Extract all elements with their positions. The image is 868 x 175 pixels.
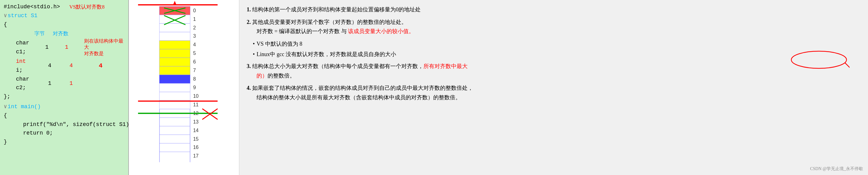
vs-note: VS默认对齐数8 [69, 3, 105, 11]
svg-rect-13 [159, 101, 190, 109]
rule-vs: VS 中默认的值为 8 [253, 39, 861, 49]
struct-decl: struct S1 [8, 11, 37, 20]
svg-rect-5 [159, 32, 190, 41]
svg-text:9: 9 [193, 85, 196, 90]
svg-text:13: 13 [193, 119, 198, 125]
member-i-align: 4 [59, 61, 84, 70]
rule-linux: Linux中 gcc 没有默认对齐数，对齐数就是成员自身的大小 [253, 50, 861, 59]
svg-rect-7 [159, 49, 190, 58]
svg-text:1: 1 [193, 16, 196, 22]
include-line: #include<stdio.h> [4, 2, 60, 11]
member-c1-decl: char c1; [16, 39, 38, 57]
printf-line: printf("%d\n", sizeof(struct S1)); [10, 120, 125, 129]
svg-rect-3 [159, 15, 190, 24]
svg-rect-9 [159, 66, 190, 75]
svg-text:5: 5 [193, 50, 196, 56]
rule-4: 4. 如果嵌套了结构体的情况，嵌套的结构体成员对齐到自己的成员中最大对齐数的整数… [247, 83, 861, 102]
svg-text:0: 0 [193, 8, 196, 13]
rule-4-detail: 结构体的整体大小就是所有最大对齐数（含嵌套结构体中成员的对齐数）的整数倍。 [256, 93, 861, 102]
member-c2-decl: char c2; [16, 75, 40, 93]
rule-linux-text: Linux中 gcc 没有默认对齐数，对齐数就是成员自身的大小 [256, 50, 396, 59]
rule-2-detail: 对齐数 = 编译器默认的一个对齐数 与 该成员变量大小的较小值。 [256, 27, 861, 36]
svg-rect-6 [159, 40, 190, 49]
main-brace-close: } [4, 138, 125, 146]
svg-marker-57 [173, 1, 177, 5]
member-c1-bytes: 1 [38, 43, 55, 52]
rule-1: 1. 结构体的第一个成员对齐到和结构体变量起始位置偏移量为0的地址处 [247, 5, 861, 14]
svg-text:4: 4 [193, 42, 196, 47]
member-c1-align: 1 [55, 43, 78, 52]
svg-text:17: 17 [193, 153, 198, 159]
svg-text:14: 14 [193, 128, 198, 133]
svg-text:15: 15 [193, 136, 198, 142]
member-row-c2: char c2; 1 1 [16, 75, 125, 93]
svg-text:6: 6 [193, 59, 196, 64]
main-brace-open: { [4, 111, 125, 120]
return-line: return 0; [10, 129, 125, 138]
member-row-i: int i; 4 4 4 [16, 57, 125, 75]
rule-2-text: 2. 其他成员变量要对齐到某个数字（对齐数）的整数倍的地址处。 [247, 19, 407, 25]
member-row-c1: char c1; 1 1 则在该结构体中最大对齐数是 [16, 38, 125, 57]
svg-text:11: 11 [193, 102, 198, 107]
svg-rect-8 [159, 58, 190, 66]
svg-rect-12 [159, 92, 190, 101]
rule-3: 3. 结构体总大小为最大对齐数（结构体中每个成员变量都有一个对齐数，所有对齐数中… [247, 62, 861, 80]
svg-text:7: 7 [193, 68, 196, 73]
member-c2-bytes: 1 [40, 79, 59, 88]
rule-3-text: 3. 结构体总大小为最大对齐数（结构体中每个成员变量都有一个对齐数，所有对齐数中… [247, 63, 468, 69]
memory-visualization: 0 1 2 3 4 5 6 7 8 9 10 11 12 13 14 15 16… [129, 0, 239, 175]
collapse-icon2[interactable]: ∨ [4, 102, 7, 111]
max-align-val: 4 [99, 61, 102, 71]
side-note-text: 则在该结构体中最大对齐数是 [84, 38, 125, 57]
collapse-icon[interactable]: ∨ [4, 11, 7, 20]
svg-text:2: 2 [193, 25, 196, 30]
col-header-bytes: 字节 [34, 29, 53, 38]
rule-3-detail: 的）的整数倍。 [256, 71, 861, 81]
svg-text:10: 10 [193, 94, 198, 99]
brace-open: { [4, 20, 125, 29]
code-panel: #include<stdio.h> VS默认对齐数8 ∨ struct S1 {… [0, 0, 129, 175]
col-header-align: 对齐数 [53, 29, 77, 38]
member-c2-align: 1 [59, 79, 84, 88]
rule-vs-text: VS 中默认的值为 8 [256, 39, 302, 49]
svg-text:3: 3 [193, 33, 196, 39]
int-main: int main() [8, 102, 41, 111]
struct-close: }; [4, 92, 125, 101]
svg-rect-10 [159, 75, 190, 83]
svg-rect-11 [159, 83, 190, 92]
rules-panel: 1. 结构体的第一个成员对齐到和结构体变量起始位置偏移量为0的地址处 2. 其他… [239, 0, 868, 175]
svg-text:16: 16 [193, 145, 198, 150]
member-i-decl: int i; [16, 57, 40, 75]
member-i-bytes: 4 [40, 61, 59, 70]
rule-2: 2. 其他成员变量要对齐到某个数字（对齐数）的整数倍的地址处。 对齐数 = 编译… [247, 18, 861, 36]
rule-1-text: 1. 结构体的第一个成员对齐到和结构体变量起始位置偏移量为0的地址处 [247, 6, 421, 12]
svg-rect-4 [159, 24, 190, 32]
rule-2-highlight: 该成员变量大小的较小值。 [348, 28, 414, 34]
watermark: CSDN @学无止境_永不停歇 [810, 165, 863, 173]
rule-4-text: 4. 如果嵌套了结构体的情况，嵌套的结构体成员对齐到自己的成员中最大对齐数的整数… [247, 85, 473, 91]
svg-text:8: 8 [193, 76, 196, 81]
